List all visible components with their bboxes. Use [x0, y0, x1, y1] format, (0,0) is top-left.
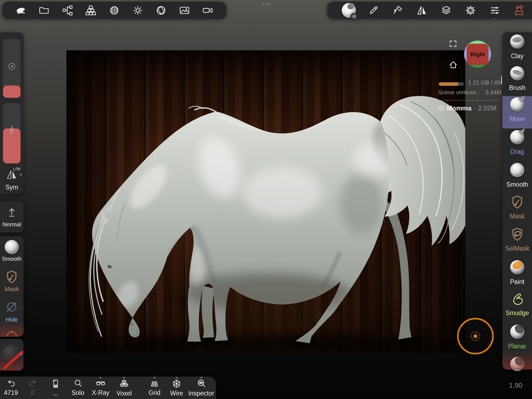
selected-object-row[interactable]: Momma · 2.02M — [437, 104, 496, 112]
quick-tools-panel: Smooth Mask Hide — [0, 236, 24, 337]
object-vertex-count: 2.02M — [478, 104, 496, 112]
sidebar-scroll-indicator — [501, 75, 502, 84]
radius-slider-handle[interactable] — [3, 86, 21, 98]
tool-mask[interactable]: Mask — [502, 194, 532, 226]
alpha-expand-caret[interactable] — [21, 353, 23, 356]
memory-usage-text: 1.21 GB / 450 M — [468, 79, 502, 86]
paint-sphere-icon — [510, 260, 524, 274]
tool-drag-label: Drag — [510, 148, 524, 156]
toggle-wire[interactable]: Wire — [166, 379, 188, 397]
tool-drag[interactable]: Drag — [502, 129, 532, 161]
tool-paint-label: Paint — [510, 278, 524, 286]
history-button[interactable]: ... — [44, 379, 67, 397]
undo-button[interactable]: 4719 — [0, 379, 22, 396]
alpha-panel[interactable] — [0, 339, 24, 371]
gizmo-tool-peek-icon[interactable] — [6, 330, 18, 337]
tool-next-partial[interactable] — [502, 356, 532, 388]
tool-brush-label: Brush — [509, 84, 525, 92]
toggle-voxel[interactable]: Voxel — [112, 379, 136, 397]
memory-usage-bar — [439, 82, 464, 86]
stats-separator — [439, 100, 498, 101]
tool-move-label: Move — [510, 115, 525, 123]
quick-hide-label[interactable]: Hide — [0, 316, 24, 323]
symmetry-icon[interactable] — [5, 169, 18, 180]
bake-ingots-button[interactable]: ... — [84, 3, 98, 17]
pencil-more-indicator: ... — [371, 16, 375, 19]
material-button[interactable] — [107, 3, 121, 17]
toggle-inspector[interactable]: Inspector — [188, 379, 215, 397]
gear-mini-icon — [352, 14, 356, 19]
partial-sphere-icon — [510, 357, 524, 371]
tool-smudge-label: Smudge — [505, 309, 529, 317]
quick-hide-icon[interactable] — [5, 301, 18, 313]
redo-icon — [28, 379, 37, 388]
tool-smooth[interactable]: Smooth — [502, 162, 532, 194]
object-name: Momma — [447, 104, 472, 112]
toggle-voxel-label: Voxel — [116, 390, 132, 397]
tool-move[interactable]: Move — [502, 96, 532, 128]
toggle-solo[interactable]: Solo — [67, 379, 89, 396]
tool-sidebar: Clay Brush Move Drag Smooth Mask — [502, 32, 532, 369]
tool-mask-label: Mask — [510, 213, 525, 220]
nomad-logo-button[interactable] — [14, 3, 28, 17]
layers-button[interactable] — [439, 3, 453, 17]
top-overflow-dots[interactable]: ••• — [259, 1, 274, 7]
symmetry-mirror-icon — [416, 5, 428, 16]
quick-mask-shield-icon[interactable] — [5, 270, 18, 283]
home-view-icon[interactable] — [449, 60, 458, 69]
top-left-toolbar: ... — [2, 2, 226, 19]
intensity-lightning-icon — [8, 125, 16, 135]
wire-caret-icon — [175, 377, 178, 378]
scene-graph-button[interactable] — [60, 3, 75, 17]
lighting-button[interactable] — [131, 3, 145, 17]
brush-sphere-icon — [510, 66, 524, 80]
matcap-material-button[interactable] — [342, 3, 356, 17]
tool-planar[interactable]: Planar — [502, 324, 532, 356]
horse-sculpture[interactable] — [66, 50, 465, 353]
bottom-toolbar: 4719 0 ... — [0, 377, 216, 399]
alpha-none-sphere[interactable] — [1, 345, 21, 364]
memory-usage-fill — [439, 82, 458, 86]
object-dot: · — [474, 104, 476, 112]
sun-icon — [132, 5, 144, 16]
symmetry-expand-caret[interactable] — [20, 173, 22, 176]
tool-brush[interactable]: Brush — [502, 65, 532, 97]
tool-smooth-label: Smooth — [506, 181, 528, 188]
toggle-xray[interactable]: X-Ray — [89, 379, 112, 396]
fullscreen-icon[interactable] — [449, 40, 457, 48]
tool-clay[interactable]: Clay — [502, 33, 532, 66]
stroke-pencil-button[interactable]: ... — [366, 3, 380, 17]
settings-button[interactable] — [463, 3, 478, 17]
selmask-shield-icon — [511, 227, 524, 241]
paint-settings-button[interactable] — [390, 3, 405, 17]
redo-button[interactable]: 0 — [22, 379, 44, 396]
tool-paint[interactable]: Paint — [502, 259, 532, 291]
interface-sliders-button[interactable]: ... — [488, 3, 502, 17]
toggle-grid[interactable]: Grid — [143, 379, 166, 396]
matcap-gear-badge — [350, 13, 358, 20]
files-button[interactable] — [37, 3, 51, 17]
brush-sliders-panel: L/W Sym — [0, 33, 24, 194]
scene-vertices-label: Scene vertices： — [438, 89, 482, 95]
symmetry-label[interactable]: Sym — [0, 184, 24, 191]
turntable-button[interactable] — [201, 3, 215, 17]
postprocess-button[interactable] — [154, 3, 168, 17]
tool-selmask[interactable]: SelMask — [502, 226, 532, 259]
quick-smooth-label[interactable]: Smooth — [0, 256, 24, 262]
layers-icon — [440, 5, 452, 16]
toolbox-button[interactable] — [512, 3, 526, 17]
quick-smooth-sphere[interactable] — [5, 240, 19, 254]
background-button[interactable] — [177, 3, 192, 17]
history-more: ... — [52, 390, 58, 397]
planar-sphere-icon — [510, 325, 524, 339]
drag-sphere-icon — [510, 130, 524, 144]
orientation-gizmo[interactable]: Right — [463, 40, 492, 69]
quick-mask-label[interactable]: Mask — [0, 286, 24, 293]
brush-cursor-dot — [473, 334, 477, 338]
aperture-icon — [155, 5, 167, 16]
symmetry-button[interactable] — [415, 3, 429, 17]
material-sphere-icon — [109, 5, 120, 16]
tool-smudge[interactable]: Smudge — [502, 291, 532, 324]
sliders-more-indicator: ... — [493, 16, 497, 19]
falloff-panel[interactable]: Normal — [0, 201, 24, 233]
